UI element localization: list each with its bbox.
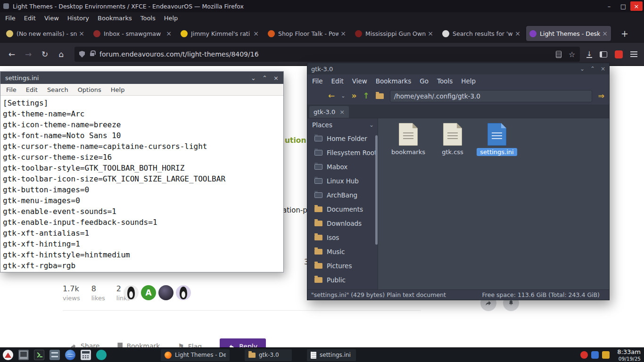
clock[interactable]: 8:33am 09/19/25: [617, 348, 641, 362]
url-text[interactable]: forum.endeavouros.com/t/light-themes/840…: [99, 50, 556, 58]
tray-yellow-icon[interactable]: [602, 351, 610, 359]
minimize-button[interactable]: –: [602, 0, 616, 12]
tab-close-icon[interactable]: ×: [166, 30, 172, 37]
reader-view-icon[interactable]: [556, 51, 561, 58]
menu-edit[interactable]: Edit: [21, 86, 42, 93]
url-bar[interactable]: forum.endeavouros.com/t/light-themes/840…: [74, 47, 580, 62]
tab-close-icon[interactable]: ×: [340, 30, 346, 37]
home-folder-icon[interactable]: [376, 93, 384, 99]
menu-help[interactable]: Help: [457, 77, 480, 85]
launcher-filemanager-icon[interactable]: [50, 350, 60, 360]
tab-close-icon[interactable]: ×: [602, 30, 608, 37]
sidebar-item-isos[interactable]: Isos: [307, 230, 378, 245]
minimize-button[interactable]: ⌄: [251, 74, 256, 82]
tab-1[interactable]: (No new emails) - sn ×: [3, 26, 88, 41]
menu-bookmarks[interactable]: Bookmarks: [93, 12, 136, 24]
go-button[interactable]: ⇒: [598, 92, 604, 100]
maximize-button[interactable]: □: [616, 0, 630, 12]
back-button[interactable]: ←: [6, 49, 18, 59]
menu-options[interactable]: Options: [73, 86, 106, 93]
menu-view[interactable]: View: [40, 12, 63, 24]
tab-3[interactable]: Jimmy Kimmel's rati ×: [177, 26, 262, 41]
sidebar-item-pictures[interactable]: Pictures: [307, 259, 378, 273]
back-button[interactable]: ←: [328, 92, 335, 100]
menu-help[interactable]: Help: [106, 86, 130, 93]
path-input[interactable]: /home/yeah/.config/gtk-3.0: [390, 90, 592, 102]
launcher-terminal-icon[interactable]: [34, 350, 44, 360]
launcher-app-icon[interactable]: [96, 350, 107, 360]
sidebar-item-mabox[interactable]: Mabox: [307, 160, 378, 174]
new-tab-button[interactable]: +: [617, 28, 632, 39]
solution-link-fragment[interactable]: ution: [285, 136, 306, 145]
maximize-button[interactable]: ⌃: [262, 74, 267, 82]
sidebar-scrollbar[interactable]: [375, 135, 378, 245]
forward-button[interactable]: →: [22, 49, 34, 59]
sidebar-item-linux-hub[interactable]: Linux Hub: [307, 174, 378, 188]
tab-active-light-themes[interactable]: Light Themes - Desk ×: [526, 26, 611, 41]
menu-file[interactable]: File: [1, 12, 20, 24]
history-dropdown-icon[interactable]: ⌄: [341, 93, 345, 99]
menu-bookmarks[interactable]: Bookmarks: [372, 77, 415, 85]
menu-tools[interactable]: Tools: [433, 77, 457, 85]
sidebar-item-filesystem-root[interactable]: Filesystem Root: [307, 146, 378, 160]
avatar[interactable]: A: [141, 285, 156, 300]
file-gtk-css[interactable]: gtk.css: [430, 123, 475, 156]
menu-history[interactable]: History: [63, 12, 93, 24]
chevron-down-icon[interactable]: ⌄: [369, 122, 374, 128]
avatar[interactable]: [124, 285, 139, 300]
tab-close-icon[interactable]: ×: [79, 30, 84, 37]
task-filemanager[interactable]: gtk-3.0: [245, 349, 292, 361]
sidebar-item-home-folder[interactable]: Home Folder: [307, 132, 378, 146]
padlock-icon[interactable]: [90, 53, 94, 56]
menu-tools[interactable]: Tools: [136, 12, 160, 24]
maximize-button[interactable]: ⌃: [590, 66, 595, 72]
tray-blue-icon[interactable]: [591, 351, 599, 359]
menu-edit[interactable]: Edit: [20, 12, 40, 24]
launcher-calculator-icon[interactable]: [81, 350, 91, 360]
menu-view[interactable]: View: [348, 77, 372, 85]
menu-file[interactable]: File: [308, 77, 327, 85]
tab-6[interactable]: Search results for 'w ×: [439, 26, 524, 41]
menu-file[interactable]: File: [1, 86, 21, 93]
tab-2[interactable]: Inbox - smawgmaw ×: [90, 26, 175, 41]
tab-close-icon[interactable]: ×: [339, 108, 345, 115]
bookmark-star-icon[interactable]: ☆: [569, 50, 575, 59]
adblock-icon[interactable]: [615, 50, 623, 58]
sidebar-item-public[interactable]: Public: [307, 273, 378, 287]
file-settings-ini-selected[interactable]: settings.ini: [475, 123, 519, 156]
reload-button[interactable]: ↻: [39, 49, 51, 59]
file-bookmarks[interactable]: bookmarks: [386, 123, 430, 156]
sidebar-icon[interactable]: [600, 51, 607, 58]
close-button[interactable]: ×: [601, 66, 605, 72]
launcher-display-icon[interactable]: [18, 350, 29, 360]
forward-button[interactable]: »: [351, 92, 356, 100]
tab-gtk-3-0[interactable]: gtk-3.0 ×: [309, 106, 349, 118]
hamburger-menu-icon[interactable]: [630, 51, 637, 52]
sidebar-item-archbang[interactable]: ArchBang: [307, 188, 378, 202]
launcher-distro-icon[interactable]: [3, 350, 13, 360]
minimize-button[interactable]: ⌄: [580, 66, 585, 72]
menu-edit[interactable]: Edit: [327, 77, 348, 85]
sidebar-item-music[interactable]: Music: [307, 245, 378, 259]
sidebar-item-downloads[interactable]: Downloads: [307, 216, 378, 230]
tray-red-icon[interactable]: [580, 351, 588, 359]
menu-go[interactable]: Go: [415, 77, 433, 85]
places-header[interactable]: Places ⌄: [307, 118, 378, 132]
task-editor[interactable]: settings.ini: [307, 349, 356, 361]
task-firefox[interactable]: Light Themes - Des...: [161, 349, 230, 361]
tab-4[interactable]: Shop Floor Talk - Pow ×: [264, 26, 349, 41]
close-button[interactable]: ×: [630, 1, 643, 11]
menu-help[interactable]: Help: [160, 12, 182, 24]
sidebar-item-documents[interactable]: Documents: [307, 202, 378, 216]
tab-close-icon[interactable]: ×: [253, 30, 259, 37]
tab-5[interactable]: Mississippi Gun Own ×: [352, 26, 437, 41]
tab-close-icon[interactable]: ×: [428, 30, 433, 37]
avatar[interactable]: [176, 285, 191, 300]
close-button[interactable]: ×: [273, 74, 279, 82]
avatar[interactable]: [158, 285, 173, 300]
up-button[interactable]: ↑: [363, 92, 369, 100]
editor-text-area[interactable]: [Settings] gtk-theme-name=Arc gtk-icon-t…: [0, 96, 283, 272]
menu-search[interactable]: Search: [42, 86, 73, 93]
tracking-protection-shield-icon[interactable]: [79, 51, 85, 58]
tab-close-icon[interactable]: ×: [515, 30, 520, 37]
